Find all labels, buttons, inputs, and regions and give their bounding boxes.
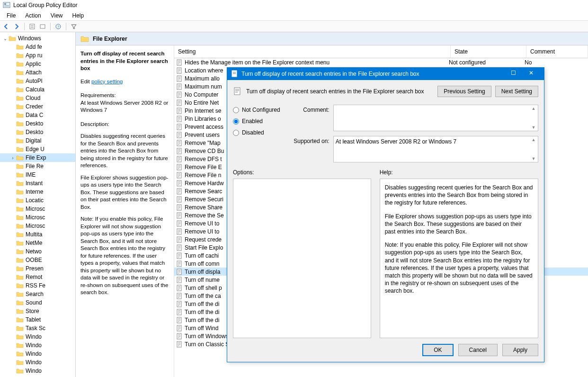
tree-item[interactable]: Microsc bbox=[0, 222, 75, 230]
svg-text:?: ? bbox=[57, 25, 60, 29]
menu-file[interactable]: File bbox=[2, 11, 20, 19]
dialog-heading: Turn off display of recent search entrie… bbox=[246, 88, 434, 95]
radio-enabled[interactable]: Enabled bbox=[233, 118, 280, 125]
svg-rect-5 bbox=[31, 27, 34, 27]
forward-button[interactable] bbox=[12, 22, 21, 31]
tree-item[interactable]: Windo bbox=[0, 332, 75, 341]
svg-rect-159 bbox=[235, 92, 238, 92]
supported-label: Supported on: bbox=[290, 136, 330, 144]
content-header: File Explorer bbox=[76, 32, 588, 45]
nav-tree[interactable]: ⌄WindowsAdd feApp ruApplicAttachAutoPlCa… bbox=[0, 32, 76, 377]
close-button[interactable]: ✕ bbox=[522, 70, 540, 78]
previous-setting-button[interactable]: Previous Setting bbox=[437, 86, 491, 97]
tree-item[interactable]: Multita bbox=[0, 230, 75, 239]
svg-rect-6 bbox=[40, 25, 45, 28]
tree-item[interactable]: Microsc bbox=[0, 205, 75, 213]
tree-item[interactable]: Search bbox=[0, 290, 75, 298]
tree-item[interactable]: Instant bbox=[0, 179, 75, 188]
requirements-label: Requirements: bbox=[80, 92, 169, 99]
gpedit-icon bbox=[3, 1, 10, 9]
tree-item[interactable]: Remot bbox=[0, 273, 75, 281]
tree-item[interactable]: Data C bbox=[0, 111, 75, 119]
description-pane: Turn off display of recent search entrie… bbox=[76, 45, 174, 377]
tree-item[interactable]: Digital bbox=[0, 136, 75, 145]
tree-item[interactable]: RSS Fe bbox=[0, 281, 75, 290]
tree-item[interactable]: Windo bbox=[0, 358, 75, 367]
tab-label: File Explorer bbox=[93, 36, 127, 42]
tree-item[interactable]: Cloud bbox=[0, 94, 75, 102]
requirements-text: At least Windows Server 2008 R2 or Windo… bbox=[80, 99, 169, 114]
tree-item[interactable]: NetMe bbox=[0, 239, 75, 247]
tree-item[interactable]: Creder bbox=[0, 102, 75, 111]
description-text: Disables suggesting recent queries for t… bbox=[80, 133, 169, 170]
export-button[interactable] bbox=[38, 22, 47, 31]
tree-item[interactable]: OOBE bbox=[0, 256, 75, 264]
toolbar-separator bbox=[50, 23, 51, 30]
tree-item[interactable]: Windo bbox=[0, 341, 75, 350]
svg-rect-4 bbox=[31, 26, 34, 26]
tree-item[interactable]: Interne bbox=[0, 188, 75, 196]
svg-rect-1 bbox=[4, 3, 6, 5]
svg-rect-158 bbox=[235, 90, 239, 91]
ok-button[interactable]: OK bbox=[422, 344, 453, 356]
tree-item[interactable]: Attach bbox=[0, 68, 75, 77]
tree-item[interactable]: Task Sc bbox=[0, 324, 75, 332]
tree-item[interactable]: Windo bbox=[0, 375, 75, 377]
menu-help[interactable]: Help bbox=[68, 11, 89, 19]
maximize-button[interactable]: ☐ bbox=[504, 70, 522, 78]
tree-item[interactable]: Deskto bbox=[0, 128, 75, 136]
cancel-button[interactable]: Cancel bbox=[458, 344, 498, 356]
help-button[interactable]: ? bbox=[54, 22, 62, 31]
help-box: Disables suggesting recent queries for t… bbox=[380, 179, 538, 338]
tree-item[interactable]: File Re bbox=[0, 162, 75, 171]
tree-item[interactable]: Netwo bbox=[0, 247, 75, 256]
radio-not-configured[interactable]: Not Configured bbox=[233, 107, 280, 113]
policy-icon bbox=[231, 70, 239, 78]
back-button[interactable] bbox=[2, 22, 10, 31]
options-label: Options: bbox=[233, 169, 371, 176]
tree-item[interactable]: Tablet bbox=[0, 315, 75, 324]
dialog-titlebar[interactable]: Turn off display of recent search entrie… bbox=[227, 68, 544, 80]
tree-item[interactable]: ⌄Windows bbox=[0, 34, 75, 43]
tree-item[interactable]: Sound bbox=[0, 298, 75, 307]
tree-item[interactable]: Deskto bbox=[0, 119, 75, 128]
description-label: Description: bbox=[80, 121, 169, 128]
svg-rect-155 bbox=[233, 73, 236, 74]
list-header[interactable]: Setting State Comment bbox=[174, 45, 588, 58]
toolbar: ? bbox=[0, 21, 588, 32]
apply-button[interactable]: Apply bbox=[502, 344, 538, 356]
tree-item[interactable]: Edge U bbox=[0, 145, 75, 153]
tree-item[interactable]: App ru bbox=[0, 51, 75, 60]
tree-item[interactable]: Windo bbox=[0, 350, 75, 358]
tree-item[interactable]: Calcula bbox=[0, 85, 75, 94]
tree-item[interactable]: Locatic bbox=[0, 196, 75, 205]
tree-item[interactable]: Microsc bbox=[0, 213, 75, 222]
column-comment[interactable]: Comment bbox=[526, 45, 588, 58]
tree-item[interactable]: Windo bbox=[0, 367, 75, 375]
edit-policy-link[interactable]: policy setting bbox=[91, 79, 123, 84]
comment-field[interactable]: ▲▼ bbox=[333, 105, 538, 131]
list-row[interactable]: Hides the Manage item on the File Explor… bbox=[174, 58, 588, 66]
help-label: Help: bbox=[380, 169, 538, 176]
next-setting-button[interactable]: Next Setting bbox=[495, 86, 538, 97]
properties-button[interactable] bbox=[28, 22, 36, 31]
column-setting[interactable]: Setting bbox=[174, 45, 451, 58]
tree-item[interactable]: AutoPl bbox=[0, 77, 75, 85]
folder-icon bbox=[80, 35, 89, 43]
menu-view[interactable]: View bbox=[46, 11, 68, 19]
column-state[interactable]: State bbox=[451, 45, 526, 58]
radio-disabled[interactable]: Disabled bbox=[233, 129, 280, 136]
options-box[interactable] bbox=[233, 179, 371, 338]
svg-rect-156 bbox=[234, 88, 240, 95]
description-text: Note: If you enable this policy, File Ex… bbox=[80, 215, 169, 296]
tree-item[interactable]: Applic bbox=[0, 60, 75, 68]
tree-item[interactable]: ›File Exp bbox=[0, 153, 75, 162]
tree-item[interactable]: Add fe bbox=[0, 43, 75, 51]
svg-rect-0 bbox=[3, 2, 10, 8]
filter-button[interactable] bbox=[70, 22, 78, 31]
tree-item[interactable]: IME bbox=[0, 171, 75, 179]
menu-action[interactable]: Action bbox=[20, 11, 45, 19]
tree-item[interactable]: Presen bbox=[0, 264, 75, 273]
tree-item[interactable]: Store bbox=[0, 307, 75, 315]
supported-field: At least Windows Server 2008 R2 or Windo… bbox=[333, 136, 538, 162]
